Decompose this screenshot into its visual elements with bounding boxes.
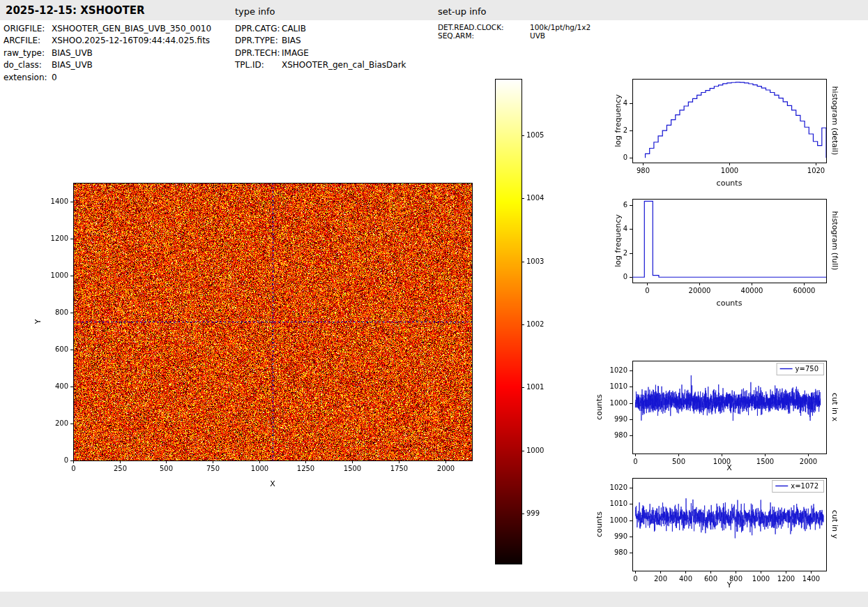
meta-value: XSHOOTER_GEN_BIAS_UVB_350_0010 [52, 23, 211, 35]
setup-info-block: DET.READ.CLOCK:100k/1pt/hg/1x2 SEQ.ARM:U… [438, 24, 591, 40]
meta-label: DET.READ.CLOCK: [438, 24, 530, 32]
meta-label: do_class: [3, 59, 52, 71]
header-bar: 2025-12-15: XSHOOTER type info set-up in… [0, 0, 868, 20]
histogram-full-plot [589, 190, 868, 315]
meta-label: DPR.TYPE: [235, 35, 282, 47]
meta-label: ARCFILE: [3, 35, 52, 47]
meta-row-doclass: do_class:BIAS_UVB [3, 59, 211, 71]
meta-label: DPR.TECH: [235, 47, 282, 59]
cut-in-y-plot [589, 470, 868, 595]
meta-row-origfile: ORIGFILE:XSHOOTER_GEN_BIAS_UVB_350_0010 [3, 23, 211, 35]
meta-value: IMAGE [282, 47, 309, 59]
meta-value: UVB [530, 32, 545, 40]
bias-image-plot [14, 167, 482, 495]
meta-row-dprtech: DPR.TECH:IMAGE [235, 47, 406, 59]
meta-value: 0 [52, 72, 57, 84]
meta-label: DPR.CATG: [235, 23, 282, 35]
meta-label: SEQ.ARM: [438, 32, 530, 40]
meta-value: 100k/1pt/hg/1x2 [530, 24, 591, 32]
meta-row-rawtype: raw_type:BIAS_UVB [3, 47, 211, 59]
meta-value: BIAS_UVB [52, 59, 93, 71]
colorbar [488, 73, 558, 572]
footer-bar: powered by QC: www.eso.org/HC created by… [0, 592, 868, 607]
meta-row-dprtype: DPR.TYPE:BIAS [235, 35, 406, 47]
meta-row-dprcatg: DPR.CATG:CALIB [235, 23, 406, 35]
meta-label: TPL.ID: [235, 59, 282, 71]
meta-value: BIAS_UVB [52, 47, 93, 59]
cut-in-x-plot [589, 352, 868, 478]
meta-value: XSHOO.2025-12-16T09:44:44.025.fits [52, 35, 210, 47]
meta-row-arcfile: ARCFILE:XSHOO.2025-12-16T09:44:44.025.fi… [3, 35, 211, 47]
setup-info-heading: set-up info [438, 6, 487, 17]
histogram-detail-plot [589, 70, 868, 195]
meta-value: XSHOOTER_gen_cal_BiasDark [282, 59, 406, 71]
meta-row-extension: extension:0 [3, 72, 211, 84]
meta-value: BIAS [282, 35, 301, 47]
type-info-block: DPR.CATG:CALIB DPR.TYPE:BIAS DPR.TECH:IM… [235, 23, 406, 72]
type-info-heading: type info [235, 6, 275, 17]
meta-label: raw_type: [3, 47, 52, 59]
file-info-block: ORIGFILE:XSHOOTER_GEN_BIAS_UVB_350_0010 … [3, 23, 211, 84]
meta-row-seqarm: SEQ.ARM:UVB [438, 32, 591, 40]
meta-label: ORIGFILE: [3, 23, 52, 35]
meta-row-readclock: DET.READ.CLOCK:100k/1pt/hg/1x2 [438, 24, 591, 32]
meta-value: CALIB [282, 23, 306, 35]
qc-report-page: 2025-12-15: XSHOOTER type info set-up in… [0, 0, 868, 607]
meta-row-tplid: TPL.ID:XSHOOTER_gen_cal_BiasDark [235, 59, 406, 71]
page-title: 2025-12-15: XSHOOTER [6, 4, 145, 17]
meta-label: extension: [3, 72, 52, 84]
